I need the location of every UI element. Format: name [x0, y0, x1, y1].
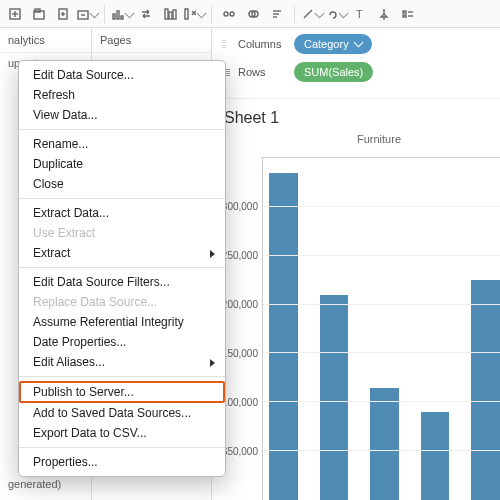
svg-rect-16	[185, 9, 188, 19]
text-icon[interactable]: T	[349, 4, 371, 24]
pill-text: Category	[304, 38, 349, 50]
svg-point-20	[230, 12, 234, 16]
columns-pill-category[interactable]: Category	[294, 34, 372, 54]
gridline	[263, 401, 500, 402]
context-item-date-properties[interactable]: Date Properties...	[19, 332, 225, 352]
context-item-publish-to-server[interactable]: Publish to Server...	[19, 381, 225, 403]
swap-icon[interactable]	[135, 4, 157, 24]
gridline	[263, 206, 500, 207]
bar[interactable]	[370, 388, 399, 500]
context-separator	[19, 447, 225, 448]
svg-point-19	[224, 12, 228, 16]
pin-icon[interactable]	[373, 4, 395, 24]
columns-shelf[interactable]: ⦙⦙Columns Category	[222, 32, 490, 56]
bar[interactable]	[320, 295, 349, 500]
context-item-close[interactable]: Close	[19, 174, 225, 194]
rect-add-icon[interactable]	[4, 4, 26, 24]
svg-rect-14	[169, 12, 172, 19]
context-item-refresh[interactable]: Refresh	[19, 85, 225, 105]
gridline	[263, 255, 500, 256]
stacked-icon[interactable]	[159, 4, 181, 24]
clear-icon[interactable]	[183, 4, 205, 24]
context-item-properties[interactable]: Properties...	[19, 452, 225, 472]
column-header: Furniture	[262, 133, 496, 145]
gridline	[263, 304, 500, 305]
context-item-edit-aliases[interactable]: Edit Aliases...	[19, 352, 225, 372]
svg-rect-27	[403, 11, 406, 13]
plot-area[interactable]	[262, 157, 500, 500]
bar-chart-icon[interactable]	[111, 4, 133, 24]
pill-text: SUM(Sales)	[304, 66, 363, 78]
svg-rect-12	[121, 16, 123, 19]
merge-icon[interactable]	[242, 4, 264, 24]
svg-rect-15	[173, 10, 176, 19]
context-item-edit-data-source-filters[interactable]: Edit Data Source Filters...	[19, 272, 225, 292]
sheet-title[interactable]: Sheet 1	[212, 99, 500, 135]
toolbar-separator	[104, 5, 105, 23]
context-item-use-extract: Use Extract	[19, 223, 225, 243]
context-item-add-to-saved-data-sources[interactable]: Add to Saved Data Sources...	[19, 403, 225, 423]
columns-label: ⦙⦙Columns	[222, 38, 294, 51]
svg-rect-13	[165, 9, 168, 19]
bar[interactable]	[421, 412, 450, 500]
svg-rect-11	[117, 11, 119, 19]
rows-pill-sumsales[interactable]: SUM(Sales)	[294, 62, 373, 82]
analytics-tab[interactable]: nalytics	[0, 28, 91, 53]
context-separator	[19, 376, 225, 377]
context-separator	[19, 198, 225, 199]
svg-text:T: T	[356, 8, 363, 20]
gridline	[263, 450, 500, 451]
bar[interactable]	[471, 280, 500, 500]
shelves: ⦙⦙Columns Category ≣Rows SUM(Sales)	[212, 28, 500, 99]
group-icon[interactable]	[218, 4, 240, 24]
new-sheet-icon[interactable]	[52, 4, 74, 24]
rows-label: ≣Rows	[222, 66, 294, 79]
tab-add-icon[interactable]	[28, 4, 50, 24]
context-item-assume-referential-integrity[interactable]: Assume Referential Integrity	[19, 312, 225, 332]
toolbar-separator	[294, 5, 295, 23]
context-item-view-data[interactable]: View Data...	[19, 105, 225, 125]
footer-text: generated)	[0, 474, 69, 494]
chart: Furniture Sales $300,000$250,000$200,000…	[212, 133, 500, 500]
rows-label-text: Rows	[238, 66, 266, 78]
columns-label-text: Columns	[238, 38, 281, 50]
line-style-icon[interactable]	[301, 4, 323, 24]
context-item-rename[interactable]: Rename...	[19, 134, 225, 154]
gridline	[263, 352, 500, 353]
rows-shelf[interactable]: ≣Rows SUM(Sales)	[222, 60, 490, 84]
y-tick: $50,000	[222, 446, 258, 457]
context-item-duplicate[interactable]: Duplicate	[19, 154, 225, 174]
context-separator	[19, 129, 225, 130]
legend-icon[interactable]	[397, 4, 419, 24]
context-menu: Edit Data Source...RefreshView Data...Re…	[18, 60, 226, 477]
pages-title: Pages	[92, 28, 211, 53]
bars	[269, 158, 500, 500]
context-item-export-data-to-csv[interactable]: Export Data to CSV...	[19, 423, 225, 443]
svg-rect-10	[113, 14, 115, 19]
context-separator	[19, 267, 225, 268]
context-item-extract[interactable]: Extract	[19, 243, 225, 263]
toolbar: T	[0, 0, 500, 28]
sort-icon[interactable]	[266, 4, 288, 24]
add-icon[interactable]	[76, 4, 98, 24]
context-item-replace-data-source: Replace Data Source...	[19, 292, 225, 312]
context-item-edit-data-source[interactable]: Edit Data Source...	[19, 65, 225, 85]
attach-icon[interactable]	[325, 4, 347, 24]
sheet-area: ⦙⦙Columns Category ≣Rows SUM(Sales) Shee…	[212, 28, 500, 500]
svg-rect-28	[403, 15, 406, 17]
toolbar-separator	[211, 5, 212, 23]
context-item-extract-data[interactable]: Extract Data...	[19, 203, 225, 223]
